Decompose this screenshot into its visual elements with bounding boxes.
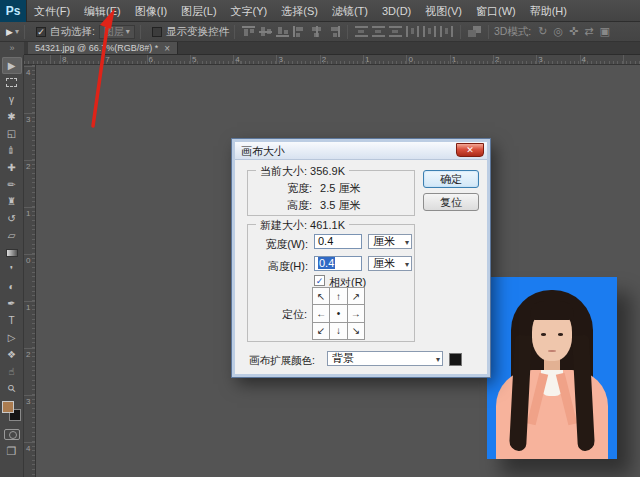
eraser-tool[interactable]: ▱ [2,227,22,244]
menu-item-1[interactable]: 编辑(E) [77,0,128,22]
width-unit-dropdown[interactable]: 厘米 ▾ [368,234,412,249]
document-tab[interactable]: 54321.jpg @ 66.7%(RGB/8#) * × [28,42,178,54]
spot-healing-brush-tool[interactable]: ✚ [2,159,22,176]
brush-tool-glyph: ✏ [7,179,15,190]
h-ruler-number: 4 [582,55,586,64]
anchor-cell-5[interactable]: → [348,305,364,321]
3d-slide-icon[interactable]: ⇄ [584,25,593,38]
reset-button[interactable]: 复位 [423,193,479,211]
3d-roll-icon[interactable]: ◎ [553,25,563,38]
align-bottom-icon[interactable] [276,26,289,37]
h-ruler-number: 4 [235,55,239,64]
type-tool[interactable]: T [2,312,22,329]
menu-item-8[interactable]: 视图(V) [418,0,469,22]
height-input[interactable]: 0.4 [314,256,362,271]
tools-list: ▶γ✱◱✐✚✏♜↺▱❜◐✒T▷❖☝⚲ [2,57,22,397]
caret-down-icon: ▾ [405,258,409,271]
menu-item-10[interactable]: 帮助(H) [523,0,574,22]
foreground-color-swatch[interactable] [2,401,14,413]
rectangular-marquee-tool[interactable] [2,74,22,91]
tab-close-icon[interactable]: × [164,42,170,55]
menu-item-5[interactable]: 选择(S) [274,0,325,22]
screen-mode-icon[interactable]: ❐ [7,445,17,458]
custom-shape-tool[interactable]: ❖ [2,346,22,363]
menu-item-7[interactable]: 3D(D) [375,0,418,22]
history-brush-tool[interactable]: ↺ [2,210,22,227]
distribute-icons-group [353,26,455,37]
h-ruler-number: 3 [538,55,542,64]
canvas-extension-value: 背景 [332,352,354,364]
ok-button[interactable]: 确定 [423,170,479,188]
align-left-icon[interactable] [293,26,306,37]
align-right-icon[interactable] [327,26,340,37]
3d-orbit-icon[interactable]: ↻ [538,25,547,38]
pen-tool[interactable]: ✒ [2,295,22,312]
quick-mask-icon[interactable] [4,429,20,440]
clone-stamp-tool[interactable]: ♜ [2,193,22,210]
distribute-vcenter-icon[interactable] [372,26,385,37]
auto-align-icon[interactable] [468,26,481,37]
threed-icons-group: ↻◎✜⇄▣ [535,25,613,38]
quick-selection-tool[interactable]: ✱ [2,108,22,125]
relative-checkbox[interactable]: ✓ [314,275,325,286]
distribute-bottom-icon[interactable] [389,26,402,37]
gradient-tool[interactable] [2,244,22,261]
distribute-top-icon[interactable] [355,26,368,37]
auto-select-target-dropdown[interactable]: 图层 ▾ [99,25,135,39]
new-size-heading: 新建大小: 461.1K [256,218,349,233]
lasso-tool[interactable]: γ [2,91,22,108]
align-top-icon[interactable] [242,26,255,37]
canvas-extension-color-swatch[interactable] [449,353,462,366]
spot-healing-brush-tool-glyph: ✚ [7,162,15,173]
zoom-tool[interactable]: ⚲ [2,380,22,397]
3d-drag-icon[interactable]: ✜ [569,25,578,38]
h-ruler-number: 3 [279,55,283,64]
menu-item-6[interactable]: 滤镜(T) [325,0,375,22]
photo-eye-left [541,333,546,336]
caret-down-icon: ▾ [436,353,440,366]
brush-tool[interactable]: ✏ [2,176,22,193]
current-size-group: 当前大小: 356.9K 宽度: 2.5 厘米 高度: 3.5 厘米 [247,170,415,216]
height-unit-dropdown[interactable]: 厘米 ▾ [368,256,412,271]
menu-bar: Ps 文件(F)编辑(E)图像(I)图层(L)文字(Y)选择(S)滤镜(T)3D… [0,0,640,22]
anchor-cell-4[interactable]: • [330,305,346,321]
custom-shape-tool-glyph: ❖ [7,349,16,360]
width-input[interactable]: 0.4 [314,234,362,249]
crop-tool-glyph: ◱ [7,128,16,139]
move-tool[interactable]: ▶ [2,57,22,74]
blur-tool[interactable]: ❜ [2,261,22,278]
anchor-cell-8[interactable]: ↘ [348,323,364,339]
align-vcenter-icon[interactable] [259,26,272,37]
anchor-cell-0[interactable]: ↖ [313,288,329,304]
3d-scale-icon[interactable]: ▣ [599,25,609,38]
color-swatches [2,401,22,423]
crop-tool[interactable]: ◱ [2,125,22,142]
hand-tool[interactable]: ☝ [2,363,22,380]
distribute-right-icon[interactable] [440,26,453,37]
anchor-cell-2[interactable]: ↗ [348,288,364,304]
anchor-cell-1[interactable]: ↑ [330,288,346,304]
show-transform-checkbox[interactable] [152,27,162,37]
menu-item-2[interactable]: 图像(I) [128,0,174,22]
anchor-cell-6[interactable]: ↙ [313,323,329,339]
threed-mode-label: 3D模式: [494,25,531,39]
canvas-extension-dropdown[interactable]: 背景 ▾ [327,351,443,366]
distribute-left-icon[interactable] [406,26,419,37]
auto-select-checkbox[interactable]: ✓ [36,27,46,37]
path-selection-tool[interactable]: ▷ [2,329,22,346]
align-hcenter-icon[interactable] [310,26,323,37]
menu-item-0[interactable]: 文件(F) [27,0,77,22]
toolbar-collapse-icon[interactable]: » [0,42,24,55]
anchor-cell-3[interactable]: ← [313,305,329,321]
eyedropper-tool[interactable]: ✐ [2,142,22,159]
anchor-cell-7[interactable]: ↓ [330,323,346,339]
menu-item-9[interactable]: 窗口(W) [469,0,523,22]
dialog-close-button[interactable]: ✕ [456,143,484,157]
move-tool-icon[interactable]: ▶ [6,27,13,37]
distribute-hcenter-icon[interactable] [423,26,436,37]
menu-item-3[interactable]: 图层(L) [174,0,223,22]
dodge-tool[interactable]: ◐ [2,278,22,295]
dialog-title-bar[interactable]: 画布大小 [235,142,487,160]
tool-preset-caret-icon[interactable]: ▾ [15,27,19,36]
menu-item-4[interactable]: 文字(Y) [224,0,275,22]
